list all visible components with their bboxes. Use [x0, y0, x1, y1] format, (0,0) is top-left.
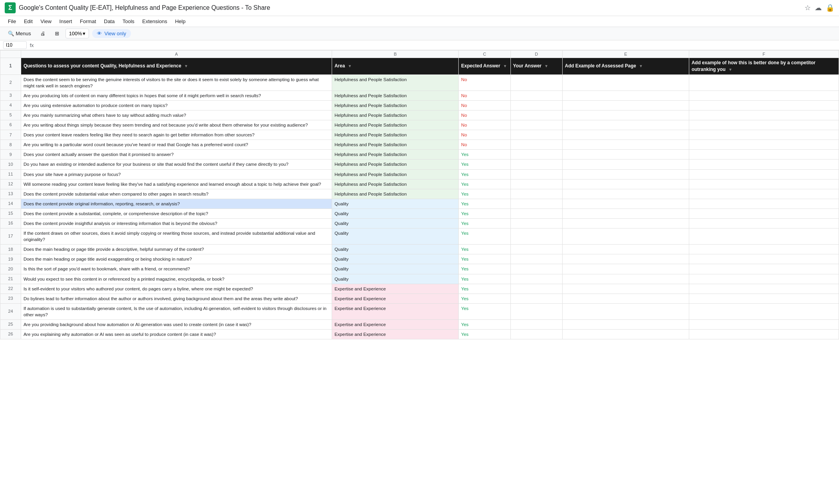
example-assessed-cell[interactable]: [562, 330, 689, 339]
menu-insert[interactable]: Insert: [56, 17, 75, 26]
your-answer-cell[interactable]: [510, 140, 562, 150]
example-assessed-cell[interactable]: [562, 274, 689, 284]
print-button[interactable]: 🖨: [37, 29, 49, 38]
menu-view[interactable]: View: [37, 17, 54, 26]
filter-icon-e[interactable]: ▼: [639, 63, 643, 69]
question-cell[interactable]: Does the main heading or page title prov…: [21, 245, 332, 254]
col-header-e[interactable]: E: [562, 51, 689, 58]
filter-icon-b[interactable]: ▼: [348, 63, 352, 69]
example-assessed-cell[interactable]: [562, 189, 689, 199]
competitor-example-cell[interactable]: [689, 74, 839, 91]
competitor-example-cell[interactable]: [689, 208, 839, 218]
menu-help[interactable]: Help: [172, 17, 189, 26]
competitor-example-cell[interactable]: [689, 245, 839, 254]
menu-tools[interactable]: Tools: [119, 17, 137, 26]
competitor-example-cell[interactable]: [689, 100, 839, 110]
star-icon[interactable]: ☆: [804, 4, 811, 12]
question-cell[interactable]: Are you writing about things simply beca…: [21, 120, 332, 130]
example-assessed-cell[interactable]: [562, 91, 689, 100]
col-header-f[interactable]: F: [689, 51, 839, 58]
your-answer-cell[interactable]: [510, 110, 562, 120]
example-assessed-cell[interactable]: [562, 169, 689, 179]
competitor-example-cell[interactable]: [689, 284, 839, 294]
example-assessed-cell[interactable]: [562, 110, 689, 120]
question-cell[interactable]: Will someone reading your content leave …: [21, 179, 332, 189]
example-assessed-cell[interactable]: [562, 219, 689, 228]
example-assessed-cell[interactable]: [562, 160, 689, 169]
competitor-example-cell[interactable]: [689, 150, 839, 160]
question-cell[interactable]: Is this the sort of page you'd want to b…: [21, 264, 332, 274]
your-answer-cell[interactable]: [510, 320, 562, 330]
competitor-example-cell[interactable]: [689, 228, 839, 245]
competitor-example-cell[interactable]: [689, 169, 839, 179]
question-cell[interactable]: Do bylines lead to further information a…: [21, 294, 332, 303]
cell-reference[interactable]: I10: [3, 41, 27, 49]
your-answer-cell[interactable]: [510, 254, 562, 264]
your-answer-cell[interactable]: [510, 91, 562, 100]
your-answer-cell[interactable]: [510, 130, 562, 140]
example-assessed-cell[interactable]: [562, 228, 689, 245]
question-cell[interactable]: Does the content provide a substantial, …: [21, 208, 332, 218]
example-assessed-cell[interactable]: [562, 320, 689, 330]
menu-extensions[interactable]: Extensions: [139, 17, 171, 26]
competitor-example-cell[interactable]: [689, 120, 839, 130]
your-answer-cell[interactable]: [510, 100, 562, 110]
question-cell[interactable]: Are you writing to a particular word cou…: [21, 140, 332, 150]
your-answer-cell[interactable]: [510, 228, 562, 245]
example-assessed-cell[interactable]: [562, 294, 689, 303]
your-answer-cell[interactable]: [510, 219, 562, 228]
question-cell[interactable]: Does your site have a primary purpose or…: [21, 169, 332, 179]
your-answer-cell[interactable]: [510, 303, 562, 319]
menu-data[interactable]: Data: [101, 17, 118, 26]
formula-input[interactable]: [37, 42, 836, 48]
example-assessed-cell[interactable]: [562, 199, 689, 208]
competitor-example-cell[interactable]: [689, 160, 839, 169]
col-header-b[interactable]: B: [332, 51, 459, 58]
your-answer-cell[interactable]: [510, 160, 562, 169]
example-assessed-cell[interactable]: [562, 74, 689, 91]
your-answer-cell[interactable]: [510, 169, 562, 179]
example-assessed-cell[interactable]: [562, 150, 689, 160]
competitor-example-cell[interactable]: [689, 294, 839, 303]
competitor-example-cell[interactable]: [689, 254, 839, 264]
example-assessed-cell[interactable]: [562, 100, 689, 110]
question-cell[interactable]: Does the content provide original inform…: [21, 199, 332, 208]
competitor-example-cell[interactable]: [689, 110, 839, 120]
question-cell[interactable]: If automation is used to substantially g…: [21, 303, 332, 319]
competitor-example-cell[interactable]: [689, 91, 839, 100]
menus-button[interactable]: 🔍 Menus: [5, 29, 34, 38]
your-answer-cell[interactable]: [510, 245, 562, 254]
menu-format[interactable]: Format: [77, 17, 99, 26]
filter-icon-c[interactable]: ▼: [503, 63, 507, 69]
competitor-example-cell[interactable]: [689, 189, 839, 199]
competitor-example-cell[interactable]: [689, 303, 839, 319]
example-assessed-cell[interactable]: [562, 130, 689, 140]
your-answer-cell[interactable]: [510, 120, 562, 130]
your-answer-cell[interactable]: [510, 284, 562, 294]
question-cell[interactable]: Is it self-evident to your visitors who …: [21, 284, 332, 294]
example-assessed-cell[interactable]: [562, 264, 689, 274]
question-cell[interactable]: If the content draws on other sources, d…: [21, 228, 332, 245]
menu-file[interactable]: File: [5, 17, 19, 26]
competitor-example-cell[interactable]: [689, 274, 839, 284]
your-answer-cell[interactable]: [510, 264, 562, 274]
question-cell[interactable]: Would you expect to see this content in …: [21, 274, 332, 284]
example-assessed-cell[interactable]: [562, 179, 689, 189]
question-cell[interactable]: Are you providing background about how a…: [21, 320, 332, 330]
example-assessed-cell[interactable]: [562, 284, 689, 294]
question-cell[interactable]: Does the content provide substantial val…: [21, 189, 332, 199]
your-answer-cell[interactable]: [510, 199, 562, 208]
your-answer-cell[interactable]: [510, 274, 562, 284]
menu-edit[interactable]: Edit: [21, 17, 36, 26]
question-cell[interactable]: Does your content leave readers feeling …: [21, 130, 332, 140]
your-answer-cell[interactable]: [510, 74, 562, 91]
your-answer-cell[interactable]: [510, 150, 562, 160]
example-assessed-cell[interactable]: [562, 245, 689, 254]
your-answer-cell[interactable]: [510, 294, 562, 303]
competitor-example-cell[interactable]: [689, 130, 839, 140]
example-assessed-cell[interactable]: [562, 140, 689, 150]
filter-icon-d[interactable]: ▼: [545, 63, 548, 69]
your-answer-cell[interactable]: [510, 179, 562, 189]
competitor-example-cell[interactable]: [689, 219, 839, 228]
question-cell[interactable]: Are you explaining why automation or AI …: [21, 330, 332, 339]
